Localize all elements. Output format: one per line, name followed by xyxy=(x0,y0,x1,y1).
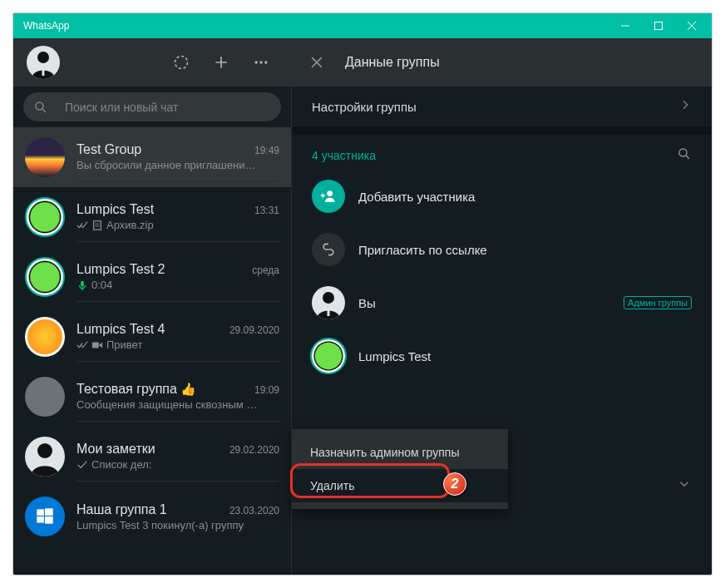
invite-link-label: Пригласить по ссылке xyxy=(358,243,692,257)
svg-rect-1 xyxy=(655,22,663,30)
double-check-icon xyxy=(76,220,88,231)
participant-you-row[interactable]: Вы Админ группы xyxy=(292,276,712,329)
chat-item[interactable]: Наша группа 123.03.2020 Lumpics Test 3 п… xyxy=(13,487,291,546)
status-icon[interactable] xyxy=(165,46,198,79)
own-avatar[interactable] xyxy=(27,46,60,79)
chat-preview: Вы сбросили данное приглашени… xyxy=(76,159,279,171)
svg-point-4 xyxy=(37,52,49,63)
left-header xyxy=(13,38,291,86)
app-title: WhatsApp xyxy=(23,20,69,32)
participant-name: Lumpics Test xyxy=(358,349,692,363)
svg-rect-5 xyxy=(42,64,45,76)
invite-link-row[interactable]: Пригласить по ссылке xyxy=(292,223,712,276)
svg-point-10 xyxy=(259,61,262,63)
close-window-button[interactable] xyxy=(675,13,708,38)
svg-rect-21 xyxy=(45,508,53,516)
chat-avatar xyxy=(25,377,65,417)
participant-avatar xyxy=(312,286,345,319)
chat-item[interactable]: Мои заметки29.02.2020 Список дел: xyxy=(13,427,291,487)
chevron-down-icon[interactable] xyxy=(677,477,692,495)
participant-avatar xyxy=(312,339,345,373)
add-participant-label: Добавить участника xyxy=(358,190,692,204)
chat-name: Мои заметки xyxy=(76,442,155,457)
chat-time: 19:09 xyxy=(254,384,279,396)
svg-point-31 xyxy=(323,292,334,304)
svg-rect-23 xyxy=(45,516,53,524)
chat-time: 23.03.2020 xyxy=(229,505,279,516)
minimize-button[interactable] xyxy=(609,13,642,38)
context-menu: Назначить админом группы Удалить xyxy=(292,429,508,509)
svg-point-9 xyxy=(255,61,258,63)
chat-preview: Архив.zip xyxy=(76,219,279,231)
participant-row[interactable]: Lumpics Test xyxy=(292,329,712,383)
chat-time: 29.02.2020 xyxy=(229,444,279,456)
link-icon xyxy=(312,233,345,266)
group-info-panel: Данные группы Настройки группы 4 участни… xyxy=(292,38,712,575)
participant-name: Вы xyxy=(358,296,610,310)
video-icon xyxy=(91,339,103,351)
chat-time: 13:31 xyxy=(254,205,279,216)
chat-time: 19:49 xyxy=(254,145,279,156)
chat-time: 29.09.2020 xyxy=(229,324,279,336)
search-icon xyxy=(33,100,48,115)
chat-name: Наша группа 1 xyxy=(76,502,167,517)
add-participant-row[interactable]: Добавить участника xyxy=(292,170,712,223)
svg-rect-14 xyxy=(94,220,101,230)
menu-icon[interactable] xyxy=(244,46,278,79)
chat-preview: Сообщения защищены сквозным … xyxy=(76,398,279,411)
chat-preview: 0:04 xyxy=(76,279,279,291)
chat-name: Lumpics Test xyxy=(76,202,154,217)
search-participants-button[interactable] xyxy=(677,146,692,165)
chat-name: Lumpics Test 2 xyxy=(76,262,165,277)
chat-item[interactable]: Lumpics Test 2среда 0:04 xyxy=(13,247,291,307)
chat-avatar xyxy=(25,317,65,357)
search-input[interactable]: Поиск или новый чат xyxy=(23,92,281,121)
titlebar: WhatsApp xyxy=(13,13,712,38)
group-settings-row[interactable]: Настройки группы xyxy=(292,86,712,126)
ctx-remove[interactable]: Удалить xyxy=(292,469,508,502)
svg-point-19 xyxy=(37,443,52,458)
chat-preview: Список дел: xyxy=(76,458,279,471)
svg-point-11 xyxy=(264,61,267,63)
ctx-make-admin[interactable]: Назначить админом группы xyxy=(292,436,508,469)
chat-name: Lumpics Test 4 xyxy=(76,322,165,337)
check-icon xyxy=(76,459,88,471)
chat-item[interactable]: Lumpics Test13:31 Архив.zip xyxy=(13,187,291,247)
participants-count: 4 участника xyxy=(312,149,376,162)
left-panel: Поиск или новый чат Test Group19:49 Вы с… xyxy=(13,38,292,575)
chat-avatar xyxy=(25,137,65,177)
chat-name: Test Group xyxy=(76,142,141,157)
chevron-right-icon xyxy=(678,98,692,115)
svg-point-12 xyxy=(36,102,43,110)
chat-preview: Lumpics Test 3 покинул(-а) группу xyxy=(76,519,279,531)
annotation-badge: 2 xyxy=(443,472,466,496)
thumbs-up-icon: 👍 xyxy=(180,382,196,397)
window-controls xyxy=(609,13,708,38)
svg-point-6 xyxy=(175,57,188,69)
svg-rect-17 xyxy=(81,280,84,286)
chat-list[interactable]: Test Group19:49 Вы сбросили данное пригл… xyxy=(13,127,291,575)
close-panel-button[interactable] xyxy=(308,54,325,71)
chat-item[interactable]: Test Group19:49 Вы сбросили данное пригл… xyxy=(13,127,291,187)
chat-item[interactable]: Lumpics Test 429.09.2020 Привет xyxy=(13,307,291,367)
chat-item[interactable]: Тестовая группа👍19:09 Сообщения защищены… xyxy=(13,367,291,427)
svg-rect-18 xyxy=(92,342,99,348)
mic-icon xyxy=(76,279,88,291)
panel-title: Данные группы xyxy=(345,55,440,70)
svg-line-27 xyxy=(686,156,689,159)
group-settings-label: Настройки группы xyxy=(312,100,417,114)
panel-header: Данные группы xyxy=(292,38,712,86)
chat-preview: Привет xyxy=(76,338,279,351)
participants-header: 4 участника xyxy=(292,135,712,170)
svg-line-13 xyxy=(42,109,46,112)
double-check-icon xyxy=(76,339,88,351)
chat-name: Тестовая группа👍 xyxy=(76,382,196,397)
maximize-button[interactable] xyxy=(642,13,675,38)
chat-avatar xyxy=(25,497,65,536)
svg-point-28 xyxy=(327,190,333,196)
chat-avatar xyxy=(25,257,65,297)
new-chat-icon[interactable] xyxy=(205,46,238,79)
svg-rect-22 xyxy=(37,516,44,523)
search-placeholder: Поиск или новый чат xyxy=(65,101,178,114)
chat-avatar xyxy=(25,437,65,477)
